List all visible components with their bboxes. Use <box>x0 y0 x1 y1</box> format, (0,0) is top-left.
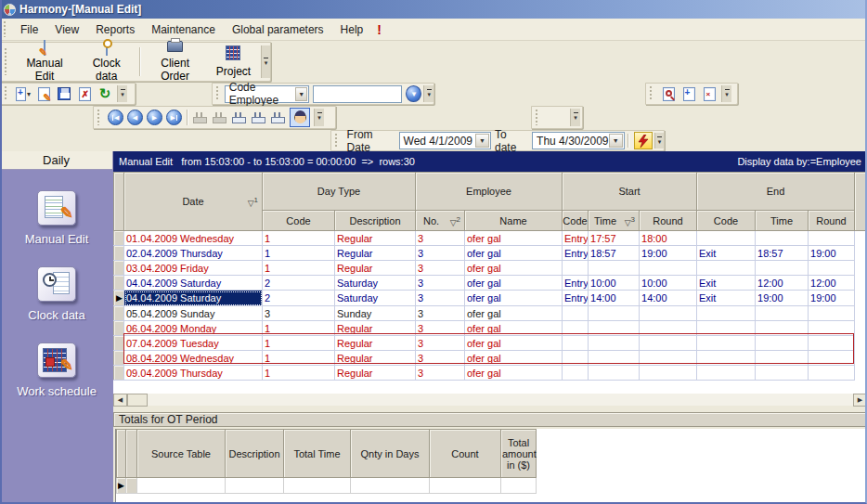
toolbar-grip[interactable] <box>535 110 539 124</box>
toolbar-grip[interactable] <box>4 48 7 75</box>
cell-day-code[interactable]: 1 <box>263 321 335 336</box>
row-selector[interactable] <box>114 336 124 351</box>
print-preview-icon[interactable] <box>660 85 677 102</box>
column-header-round[interactable]: Round <box>640 211 697 231</box>
row-selector[interactable] <box>114 321 124 336</box>
cell-emp-name[interactable]: ofer gal <box>465 291 563 306</box>
cell-start-round[interactable]: 14:00 <box>640 291 697 306</box>
cell-end-time[interactable] <box>756 306 809 321</box>
column-header-round[interactable]: Round <box>809 211 855 231</box>
row-selector[interactable] <box>114 276 124 291</box>
cell-start-time[interactable] <box>589 321 640 336</box>
column-header-time[interactable]: Time▽3 <box>589 211 640 231</box>
edit-record-icon[interactable]: ✎ <box>35 85 52 102</box>
new-record-icon[interactable]: +▾ <box>15 85 32 102</box>
chevron-down-icon[interactable]: ▼ <box>295 87 307 101</box>
search-input[interactable] <box>313 85 402 103</box>
row-selector[interactable] <box>114 351 124 366</box>
cell-end-round[interactable] <box>809 261 855 276</box>
cell-day-code[interactable]: 1 <box>263 246 335 261</box>
cell-start-code[interactable] <box>563 351 589 366</box>
save-icon[interactable] <box>56 85 72 102</box>
totals-cell[interactable] <box>501 478 537 494</box>
next-record-icon[interactable]: ▶ <box>147 110 162 125</box>
sidebar-header[interactable]: Daily <box>0 151 113 170</box>
sidebar-item-work-schedule[interactable]: ✎Work schedule <box>0 342 113 398</box>
cell-start-round[interactable] <box>640 336 697 351</box>
scroll-right-icon[interactable]: ▶ <box>853 394 867 407</box>
cell-end-code[interactable] <box>697 336 756 351</box>
cell-emp-no[interactable]: 3 <box>416 261 465 276</box>
totals-column-total-time[interactable]: Total Time <box>284 430 351 478</box>
alert-icon[interactable]: ! <box>371 22 387 37</box>
cell-end-time[interactable]: 19:00 <box>756 291 809 306</box>
table-row[interactable]: ▶04.04.2009 Saturday2Saturday3ofer galEn… <box>114 291 867 306</box>
cell-day-desc[interactable]: Regular <box>335 336 416 351</box>
menu-item-file[interactable]: File <box>12 20 46 39</box>
scrollbar-track[interactable] <box>148 394 853 406</box>
totals-row[interactable]: ▶ <box>117 478 537 494</box>
cell-start-code[interactable]: Entry <box>563 246 589 261</box>
cell-emp-no[interactable]: 3 <box>416 336 465 351</box>
cell-start-round[interactable] <box>640 306 697 321</box>
toolbar-overflow-icon[interactable]: ▾ <box>261 45 270 78</box>
cell-end-time[interactable]: 18:57 <box>756 246 809 261</box>
cell-emp-no[interactable]: 3 <box>416 231 465 246</box>
cell-start-round[interactable] <box>640 321 697 336</box>
row-selector[interactable] <box>114 231 124 246</box>
cell-emp-no[interactable]: 3 <box>416 246 465 261</box>
cell-date[interactable]: 08.04.2009 Wednesday <box>124 351 263 366</box>
first-record-icon[interactable]: ◀ <box>108 110 123 125</box>
totals-column-count[interactable]: Count <box>430 430 501 478</box>
cell-end-code[interactable] <box>697 306 756 321</box>
toolbar-grip[interactable] <box>334 134 339 148</box>
cell-emp-name[interactable]: ofer gal <box>465 336 563 351</box>
scrollbar-thumb[interactable] <box>127 394 148 407</box>
lightning-icon[interactable] <box>634 132 653 149</box>
cell-end-round[interactable]: 19:00 <box>809 291 855 306</box>
column-header-date[interactable]: Date▽1 <box>124 173 263 231</box>
cell-end-round[interactable] <box>809 366 855 381</box>
search-field-selector[interactable]: Code Employee ▼ <box>225 85 310 103</box>
table-row[interactable]: 06.04.2009 Monday1Regular3ofer gal <box>114 321 867 336</box>
cell-start-round[interactable]: 10:00 <box>640 276 697 291</box>
project-button[interactable]: Project <box>208 45 259 80</box>
toolbar-overflow-icon[interactable]: ▾ <box>423 85 434 103</box>
cell-start-time[interactable] <box>589 351 640 366</box>
cell-emp-name[interactable]: ofer gal <box>465 261 563 276</box>
cell-day-code[interactable]: 1 <box>263 336 335 351</box>
cell-day-desc[interactable]: Regular <box>335 321 416 336</box>
toolbar-overflow-icon[interactable]: ▾ <box>721 85 731 103</box>
remove-page-icon[interactable]: × <box>701 85 718 102</box>
cell-start-code[interactable] <box>563 321 589 336</box>
cell-start-round[interactable] <box>640 366 697 381</box>
table-row[interactable]: 02.04.2009 Thursday1Regular3ofer galEntr… <box>114 246 867 261</box>
to-date-combo[interactable]: Thu 4/30/2009 ▼ <box>532 132 624 149</box>
cell-emp-name[interactable]: ofer gal <box>465 321 563 336</box>
table-row[interactable]: 03.04.2009 Friday1Regular3ofer gal <box>114 261 867 276</box>
toolbar-overflow-icon[interactable]: ▾ <box>117 85 127 103</box>
cell-start-time[interactable] <box>589 366 640 381</box>
cell-start-time[interactable] <box>589 336 640 351</box>
cell-start-code[interactable] <box>563 306 589 321</box>
cell-end-code[interactable]: Exit <box>697 246 756 261</box>
cell-day-desc[interactable]: Regular <box>335 231 416 246</box>
totals-column-total-amount-in-[interactable]: Total amount in ($) <box>501 430 537 478</box>
cell-start-round[interactable]: 18:00 <box>640 231 697 246</box>
cell-end-round[interactable]: 19:00 <box>809 246 855 261</box>
menu-item-global-parameters[interactable]: Global parameters <box>224 20 332 39</box>
cell-emp-no[interactable]: 3 <box>416 291 465 306</box>
group-header-day-type[interactable]: Day Type <box>263 173 416 211</box>
cell-date[interactable]: 03.04.2009 Friday <box>124 261 263 276</box>
cell-start-time[interactable]: 14:00 <box>589 291 640 306</box>
column-header-name[interactable]: Name <box>465 211 563 231</box>
cell-day-code[interactable]: 3 <box>263 306 335 321</box>
cell-emp-no[interactable]: 3 <box>416 276 465 291</box>
cell-end-code[interactable] <box>697 261 756 276</box>
cell-end-time[interactable]: 12:00 <box>756 276 809 291</box>
cell-date[interactable]: 06.04.2009 Monday <box>124 321 263 336</box>
cell-end-code[interactable]: Exit <box>697 291 756 306</box>
go-search-icon[interactable]: ▼ <box>406 85 421 102</box>
table-row[interactable]: 09.04.2009 Thursday1Regular3ofer gal <box>114 366 867 381</box>
group-header-employee[interactable]: Employee <box>416 173 563 211</box>
